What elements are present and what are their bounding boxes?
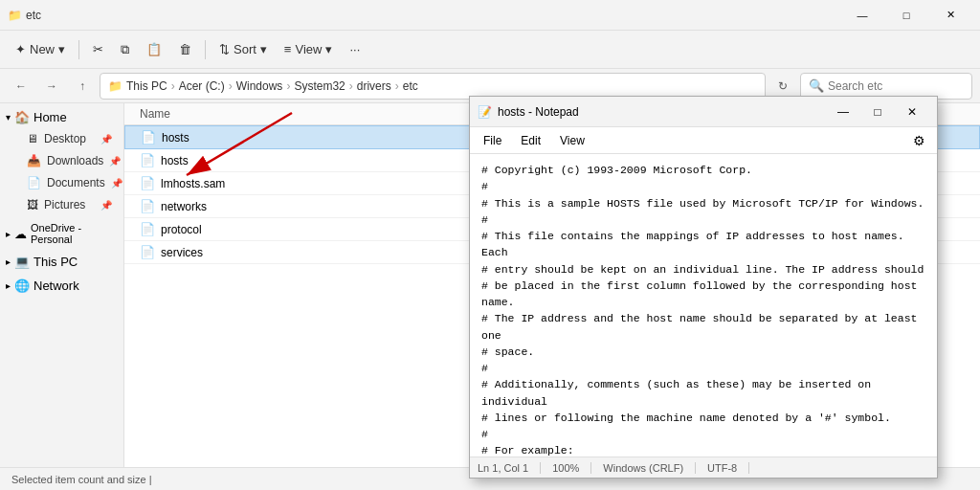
desktop-icon: 🖥 (27, 132, 38, 145)
breadcrumb-system32: System32 (294, 79, 345, 93)
new-button[interactable]: ✦ New ▾ (8, 38, 73, 60)
sidebar-item-onedrive[interactable]: ▸ ☁ OneDrive - Personal (0, 219, 123, 248)
new-dropdown-icon: ▾ (58, 42, 65, 56)
copy-button[interactable]: ⧉ (113, 38, 137, 61)
status-item: 100% (541, 462, 591, 474)
pictures-icon: 🖼 (27, 198, 38, 212)
notepad-title-text: hosts - Notepad (498, 105, 579, 119)
delete-button[interactable]: 🗑 (171, 38, 199, 60)
content-line: # This file contains the mappings of IP … (481, 228, 925, 261)
paste-icon: 📋 (146, 42, 162, 56)
maximize-button[interactable]: □ (884, 0, 928, 31)
close-button[interactable]: ✕ (928, 0, 972, 31)
paste-button[interactable]: 📋 (139, 38, 169, 60)
file-explorer-window: 📁 etc — □ ✕ ✦ New ▾ ✂ ⧉ 📋 🗑 ⇅ (0, 0, 980, 490)
sidebar-downloads-label: Downloads (47, 154, 103, 167)
forward-button[interactable]: → (38, 73, 65, 100)
toolbar-sep-1 (78, 40, 79, 59)
cut-button[interactable]: ✂ (85, 38, 111, 60)
content-line: # The IP address and the host name shoul… (481, 310, 925, 344)
toolbar: ✦ New ▾ ✂ ⧉ 📋 🗑 ⇅ Sort ▾ ≡ View ▾ ··· (0, 31, 980, 69)
notepad-menu-view[interactable]: View (550, 130, 594, 151)
breadcrumb-sep2: › (229, 79, 233, 93)
file-name-text: hosts (162, 131, 189, 145)
notepad-content[interactable]: # Copyright (c) 1993-2009 Microsoft Corp… (470, 154, 937, 457)
new-icon: ✦ (15, 42, 26, 56)
sidebar-item-downloads[interactable]: 📥 Downloads 📌 (4, 150, 120, 171)
file-icon: 📄 (140, 245, 155, 259)
pin-icon2: 📌 (109, 156, 121, 167)
view-dropdown-icon: ▾ (325, 42, 332, 56)
back-button[interactable]: ← (8, 73, 34, 100)
search-input[interactable] (828, 79, 964, 93)
notepad-minimize-button[interactable]: — (826, 99, 860, 125)
title-bar-text: etc (26, 9, 41, 22)
notepad-menu-items: File Edit View (474, 130, 594, 151)
minimize-button[interactable]: — (840, 0, 884, 31)
view-button[interactable]: ≡ View ▾ (277, 38, 341, 60)
content-line: # Additionally, comments (such as these)… (481, 376, 925, 410)
sidebar-documents-label: Documents (47, 176, 105, 189)
sort-dropdown-icon: ▾ (260, 42, 267, 56)
documents-icon: 📄 (27, 176, 41, 189)
file-icon: 📄 (140, 222, 155, 236)
pin-icon: 📌 (100, 134, 112, 145)
cut-icon: ✂ (93, 42, 103, 56)
sort-button[interactable]: ⇅ Sort ▾ (212, 38, 275, 60)
up-button[interactable]: ↑ (69, 73, 96, 100)
sidebar-item-network[interactable]: ▸ 🌐 Network (0, 276, 123, 296)
notepad-title-bar: 📝 hosts - Notepad — □ ✕ (470, 97, 937, 127)
sidebar-desktop-label: Desktop (44, 132, 86, 145)
breadcrumb-sep3: › (286, 79, 290, 93)
downloads-icon: 📥 (27, 154, 41, 167)
breadcrumb-sep4: › (349, 79, 353, 93)
notepad-icon: 📝 (478, 105, 492, 119)
sidebar-item-pictures[interactable]: 🖼 Pictures 📌 (4, 194, 120, 215)
gear-icon[interactable]: ⚙ (905, 129, 933, 152)
sidebar-item-desktop[interactable]: 🖥 Desktop 📌 (4, 128, 120, 149)
status-item: UTF-8 (696, 462, 749, 474)
more-icon: ··· (349, 42, 360, 56)
file-name-text: networks (161, 200, 207, 213)
notepad-window: 📝 hosts - Notepad — □ ✕ File Edit View ⚙… (469, 96, 938, 479)
more-button[interactable]: ··· (342, 38, 368, 60)
content-line: # (481, 426, 925, 442)
chevron-icon2: ▸ (6, 229, 11, 239)
sidebar-item-thispc[interactable]: ▸ 💻 This PC (0, 252, 123, 272)
breadcrumb-sep: › (171, 79, 175, 93)
file-icon: 📄 (140, 199, 155, 213)
sidebar-thispc-label: This PC (33, 255, 78, 269)
file-name-text: services (161, 246, 203, 259)
thispc-icon: 💻 (14, 255, 30, 269)
copy-icon: ⧉ (121, 42, 129, 57)
breadcrumb-item: 📁 (108, 79, 122, 93)
breadcrumb-drive: Acer (C:) (179, 79, 225, 93)
notepad-maximize-button[interactable]: □ (860, 99, 895, 125)
onedrive-icon: ☁ (14, 227, 27, 241)
folder-icon: 📁 (8, 9, 22, 22)
content-line: # be placed in the first column followed… (481, 278, 925, 311)
pin-icon4: 📌 (100, 200, 112, 211)
content-line: # (481, 178, 925, 194)
sidebar-home-label: Home (33, 110, 67, 124)
file-icon: 📄 (141, 130, 156, 145)
toolbar-sep-2 (205, 40, 206, 59)
notepad-menu-edit[interactable]: Edit (511, 130, 550, 151)
content-line: # space. (481, 344, 925, 360)
notepad-close-button[interactable]: ✕ (895, 99, 929, 125)
file-name-text: lmhosts.sam (161, 177, 225, 190)
file-name-text: hosts (161, 154, 189, 167)
status-item: Windows (CRLF) (591, 462, 696, 474)
chevron-icon4: ▸ (6, 280, 11, 291)
pin-icon3: 📌 (111, 178, 122, 189)
sidebar-pictures-label: Pictures (44, 198, 85, 212)
sidebar-item-home[interactable]: ▾ 🏠 Home (0, 107, 123, 127)
notepad-menu-file[interactable]: File (474, 130, 511, 151)
notepad-status-bar: Ln 1, Col 1100%Windows (CRLF)UTF-8 (470, 457, 937, 478)
breadcrumb-sep5: › (395, 79, 399, 93)
breadcrumb-windows: Windows (236, 79, 283, 93)
sidebar-item-documents[interactable]: 📄 Documents 📌 (4, 172, 120, 193)
breadcrumb-thispc: This PC (126, 79, 167, 93)
home-icon: 🏠 (14, 110, 30, 124)
file-name-text: protocol (161, 223, 202, 236)
